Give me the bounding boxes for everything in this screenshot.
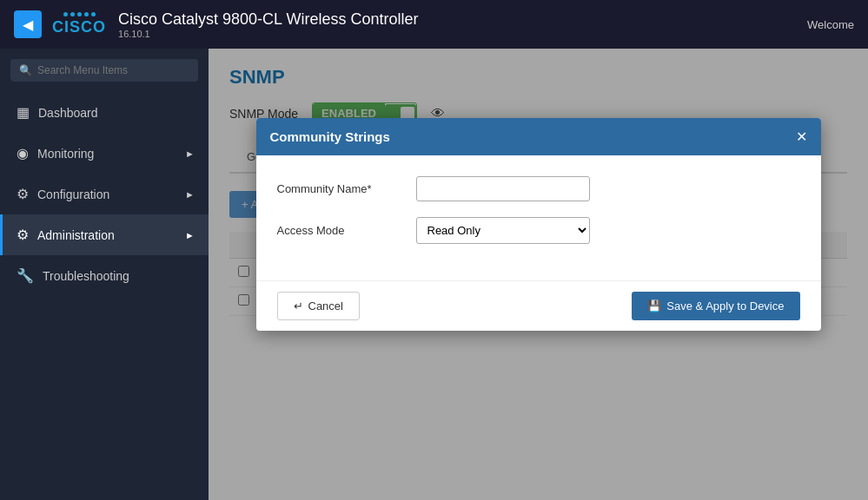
welcome-text: Welcome <box>807 18 854 31</box>
dashboard-icon: ▦ <box>17 104 30 121</box>
access-mode-select[interactable]: Read Only Read Write <box>416 217 590 244</box>
modal-header: Community Strings ✕ <box>256 118 821 155</box>
administration-icon: ⚙ <box>17 227 29 243</box>
modal-body: Community Name* Access Mode Read Only Re… <box>256 155 821 280</box>
sidebar-item-troubleshooting[interactable]: 🔧 Troubleshooting <box>0 255 209 296</box>
form-row-community-name: Community Name* <box>277 176 800 201</box>
modal-footer: ↵ Cancel 💾 Save & Apply to Device <box>256 280 821 331</box>
sidebar-item-administration[interactable]: ⚙ Administration ► <box>0 214 209 255</box>
modal-dialog: Community Strings ✕ Community Name* Acce… <box>256 118 821 331</box>
modal-overlay: Community Strings ✕ Community Name* Acce… <box>209 49 868 500</box>
community-name-input[interactable] <box>416 176 590 201</box>
sidebar-item-label: Dashboard <box>38 106 98 120</box>
troubleshooting-icon: 🔧 <box>17 267 34 284</box>
modal-title: Community Strings <box>270 129 390 144</box>
chevron-icon: ► <box>185 148 195 159</box>
cisco-dots <box>63 12 96 16</box>
back-button[interactable]: ◀ <box>14 10 42 38</box>
cisco-logo: CISCO <box>52 12 106 36</box>
sidebar-item-monitoring[interactable]: ◉ Monitoring ► <box>0 133 209 174</box>
sidebar-item-label: Administration <box>37 228 115 242</box>
search-box[interactable]: 🔍 <box>10 59 198 82</box>
sidebar-item-label: Monitoring <box>37 147 94 161</box>
search-icon: 🔍 <box>19 64 32 76</box>
sidebar: 🔍 ▦ Dashboard ◉ Monitoring ► ⚙ Configura… <box>0 49 209 500</box>
app-version: 16.10.1 <box>118 29 418 39</box>
sidebar-item-dashboard[interactable]: ▦ Dashboard <box>0 92 209 133</box>
save-button[interactable]: 💾 Save & Apply to Device <box>632 292 799 320</box>
monitoring-icon: ◉ <box>17 145 29 161</box>
chevron-icon: ► <box>185 189 195 200</box>
sidebar-item-label: Troubleshooting <box>43 269 129 283</box>
chevron-icon: ► <box>185 230 195 240</box>
sidebar-item-configuration[interactable]: ⚙ Configuration ► <box>0 174 209 214</box>
search-input[interactable] <box>37 64 189 76</box>
cancel-button[interactable]: ↵ Cancel <box>277 292 360 320</box>
sidebar-item-label: Configuration <box>37 188 109 201</box>
community-name-label: Community Name* <box>277 182 416 195</box>
cisco-logo-text: CISCO <box>52 18 106 36</box>
main-content: SNMP SNMP Mode ENABLED 👁 General Communi… <box>209 49 868 500</box>
modal-close-button[interactable]: ✕ <box>796 128 807 145</box>
cancel-icon: ↵ <box>294 299 303 312</box>
access-mode-label: Access Mode <box>277 224 416 237</box>
app-title: Cisco Catalyst 9800-CL Wireless Controll… <box>118 10 418 29</box>
save-icon: 💾 <box>647 299 661 312</box>
top-bar: ◀ CISCO Cisco Catalyst 9800-CL Wireless … <box>0 0 868 49</box>
form-row-access-mode: Access Mode Read Only Read Write <box>277 217 800 244</box>
save-label: Save & Apply to Device <box>666 299 784 312</box>
configuration-icon: ⚙ <box>17 186 29 202</box>
cancel-label: Cancel <box>308 299 343 312</box>
